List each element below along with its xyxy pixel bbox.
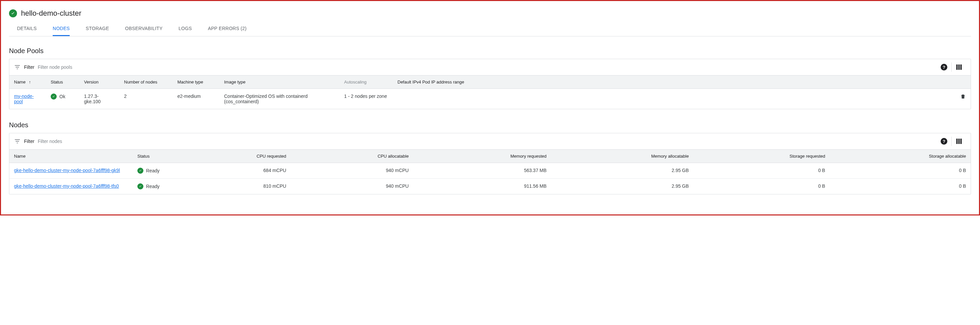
col-ip-range[interactable]: Default IPv4 Pod IP address range — [393, 75, 954, 89]
cluster-header: hello-demo-cluster — [9, 9, 971, 18]
mem-alloc-cell: 2.95 GB — [551, 179, 694, 194]
delete-button[interactable] — [960, 95, 966, 101]
tab-storage[interactable]: STORAGE — [86, 23, 109, 36]
col-num-nodes[interactable]: Number of nodes — [119, 75, 173, 89]
col-name[interactable]: Name ↑ — [10, 75, 46, 89]
mem-req-cell: 563.37 MB — [414, 163, 551, 179]
col-cpu-req[interactable]: CPU requested — [173, 150, 291, 163]
table-row: my-node-pool Ok 1.27.3-gke.100 2 e2-medi… — [10, 89, 970, 109]
tab-app-errors[interactable]: APP ERRORS (2) — [208, 23, 247, 36]
filter-icon — [14, 138, 21, 145]
col-node-status[interactable]: Status — [133, 150, 173, 163]
col-status[interactable]: Status — [46, 75, 80, 89]
status-text: Ready — [146, 168, 159, 173]
trash-icon — [960, 93, 966, 99]
filter-icon — [14, 64, 21, 70]
col-cpu-alloc[interactable]: CPU allocatable — [291, 150, 413, 163]
cpu-req-cell: 684 mCPU — [173, 163, 291, 179]
check-circle-icon — [137, 183, 143, 189]
node-link[interactable]: gke-hello-demo-cluster-my-node-pool-7a6f… — [14, 168, 120, 173]
nodes-panel: Filter ? Name Status CPU requested CPU a… — [9, 133, 971, 194]
sort-asc-icon: ↑ — [29, 80, 31, 85]
columns-button[interactable] — [951, 62, 966, 72]
check-circle-icon — [9, 10, 17, 18]
table-row: gke-hello-demo-cluster-my-node-pool-7a6f… — [10, 179, 970, 194]
filter-node-pools-input[interactable] — [38, 64, 933, 70]
col-stor-alloc[interactable]: Storage allocatable — [830, 150, 970, 163]
help-button[interactable]: ? — [937, 137, 951, 146]
col-version[interactable]: Version — [80, 75, 119, 89]
help-icon: ? — [941, 64, 947, 70]
version-cell: 1.27.3-gke.100 — [80, 89, 119, 109]
col-image[interactable]: Image type — [220, 75, 339, 89]
range-cell — [393, 89, 954, 109]
help-icon: ? — [941, 138, 947, 145]
status-cell: Ready — [137, 168, 168, 174]
node-pools-panel: Filter ? Name ↑ Status Version Number of… — [9, 59, 971, 109]
stor-alloc-cell: 0 B — [830, 179, 970, 194]
stor-req-cell: 0 B — [694, 179, 830, 194]
check-circle-icon — [137, 168, 143, 174]
col-autoscaling[interactable]: Autoscaling — [339, 75, 393, 89]
node-pools-filter-bar: Filter ? — [10, 59, 970, 75]
col-machine[interactable]: Machine type — [173, 75, 220, 89]
cpu-alloc-cell: 940 mCPU — [291, 163, 413, 179]
filter-label: Filter — [24, 139, 34, 144]
columns-icon — [956, 64, 962, 70]
col-actions — [954, 75, 970, 89]
status-text: Ok — [59, 94, 65, 99]
nodes-filter-bar: Filter ? — [10, 133, 970, 149]
image-cell: Container-Optimized OS with containerd (… — [220, 89, 339, 109]
stor-req-cell: 0 B — [694, 163, 830, 179]
col-mem-req[interactable]: Memory requested — [414, 150, 551, 163]
cpu-req-cell: 810 mCPU — [173, 179, 291, 194]
col-name-label: Name — [14, 80, 25, 85]
status-cell: Ok — [51, 93, 75, 99]
section-title-node-pools: Node Pools — [9, 47, 971, 55]
filter-label: Filter — [24, 64, 34, 70]
section-title-nodes: Nodes — [9, 121, 971, 129]
status-cell: Ready — [137, 183, 168, 189]
status-text: Ready — [146, 184, 159, 189]
mem-alloc-cell: 2.95 GB — [551, 163, 694, 179]
table-row: gke-hello-demo-cluster-my-node-pool-7a6f… — [10, 163, 970, 179]
num-nodes-cell: 2 — [119, 89, 173, 109]
tab-nodes[interactable]: NODES — [52, 23, 70, 36]
node-link[interactable]: gke-hello-demo-cluster-my-node-pool-7a6f… — [14, 183, 119, 189]
columns-button[interactable] — [951, 137, 966, 146]
check-circle-icon — [51, 93, 57, 99]
cpu-alloc-cell: 940 mCPU — [291, 179, 413, 194]
node-pool-link[interactable]: my-node-pool — [14, 93, 34, 104]
col-stor-req[interactable]: Storage requested — [694, 150, 830, 163]
page-title: hello-demo-cluster — [21, 9, 81, 18]
nodes-table: Name Status CPU requested CPU allocatabl… — [10, 149, 970, 194]
node-pools-table: Name ↑ Status Version Number of nodes Ma… — [10, 75, 970, 109]
machine-cell: e2-medium — [173, 89, 220, 109]
help-button[interactable]: ? — [937, 62, 951, 72]
columns-icon — [956, 139, 962, 144]
autoscaling-cell: 1 - 2 nodes per zone — [339, 89, 393, 109]
tab-bar: DETAILS NODES STORAGE OBSERVABILITY LOGS… — [9, 23, 971, 37]
tab-observability[interactable]: OBSERVABILITY — [125, 23, 162, 36]
filter-nodes-input[interactable] — [38, 139, 933, 144]
col-mem-alloc[interactable]: Memory allocatable — [551, 150, 694, 163]
mem-req-cell: 911.56 MB — [414, 179, 551, 194]
col-node-name[interactable]: Name — [10, 150, 133, 163]
tab-logs[interactable]: LOGS — [179, 23, 192, 36]
tab-details[interactable]: DETAILS — [17, 23, 37, 36]
stor-alloc-cell: 0 B — [830, 163, 970, 179]
